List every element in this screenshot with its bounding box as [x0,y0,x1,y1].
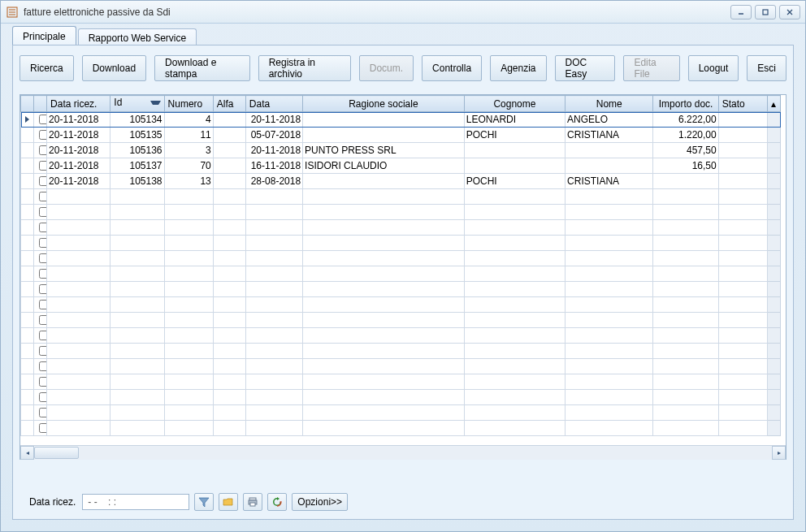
vertical-scrollbar-track[interactable] [767,313,780,328]
table-row[interactable] [21,344,781,359]
row-checkbox-cell[interactable] [34,390,47,405]
row-indicator[interactable] [21,189,34,205]
vertical-scrollbar-track[interactable] [767,158,780,174]
col-ragione-sociale[interactable]: Ragione sociale [303,96,465,112]
cell[interactable] [47,344,110,359]
cell[interactable] [47,236,110,251]
cell[interactable] [164,236,213,251]
cell[interactable]: 28-08-2018 [245,174,302,189]
cell[interactable] [464,143,565,158]
table-row[interactable] [21,266,781,282]
table-row[interactable]: 20-11-20181051377016-11-2018ISIDORI CLAU… [21,158,781,174]
close-button[interactable] [779,5,800,19]
cell[interactable] [718,251,767,266]
vertical-scrollbar-track[interactable] [767,344,780,359]
cell[interactable]: 105134 [110,112,164,128]
cell[interactable] [464,266,565,282]
cell[interactable] [213,359,245,374]
vertical-scrollbar-track[interactable] [767,405,780,421]
cell[interactable]: 20-11-2018 [47,112,110,128]
table-row[interactable] [21,359,781,374]
vertical-scrollbar-track[interactable] [767,220,780,236]
cell[interactable]: 05-07-2018 [245,128,302,143]
cell[interactable] [653,421,718,436]
row-checkbox[interactable] [39,223,47,232]
cell[interactable]: 105135 [110,128,164,143]
cell[interactable] [718,220,767,236]
row-indicator[interactable] [21,405,34,421]
cell[interactable] [464,282,565,297]
cell[interactable] [566,158,653,174]
cell[interactable] [566,266,653,282]
cell[interactable] [164,205,213,220]
cell[interactable] [213,313,245,328]
docum-button[interactable]: Docum. [359,55,414,81]
cell[interactable]: 20-11-2018 [245,143,302,158]
opzioni-button[interactable]: Opzioni>> [292,493,348,511]
cell[interactable] [464,344,565,359]
cell[interactable] [653,205,718,220]
cell[interactable] [245,266,302,282]
cell[interactable] [653,328,718,344]
cell[interactable] [110,205,164,220]
cell[interactable]: ISIDORI CLAUDIO [303,158,465,174]
cell[interactable] [464,405,565,421]
cell[interactable] [464,328,565,344]
row-checkbox[interactable] [39,145,47,155]
edita-file-button[interactable]: Edita File [623,55,679,81]
cell[interactable] [718,390,767,405]
cell[interactable] [47,390,110,405]
cell[interactable] [245,359,302,374]
row-checkbox[interactable] [39,161,47,171]
cell[interactable] [566,143,653,158]
cell[interactable] [164,421,213,436]
cell[interactable] [653,251,718,266]
cell[interactable] [566,282,653,297]
cell[interactable] [213,390,245,405]
vertical-scrollbar-track[interactable] [767,282,780,297]
cell[interactable] [718,405,767,421]
row-indicator[interactable] [21,421,34,436]
cell[interactable]: 20-11-2018 [245,112,302,128]
row-checkbox[interactable] [39,300,47,309]
vertical-scrollbar-track[interactable] [767,328,780,344]
scroll-right-button[interactable]: ▸ [772,446,786,460]
cell[interactable] [245,189,302,205]
cell[interactable]: 3 [164,143,213,158]
cell[interactable] [718,158,767,174]
cell[interactable] [245,313,302,328]
col-data-ricez[interactable]: Data ricez. [47,96,110,112]
cell[interactable] [303,344,465,359]
cell[interactable] [213,128,245,143]
cell[interactable] [164,405,213,421]
cell[interactable] [245,205,302,220]
cell[interactable]: 20-11-2018 [47,128,110,143]
cell[interactable] [245,251,302,266]
cell[interactable] [47,374,110,390]
row-checkbox-cell[interactable] [34,158,47,174]
cell[interactable] [164,313,213,328]
row-indicator[interactable] [21,390,34,405]
cell[interactable] [213,344,245,359]
row-checkbox-cell[interactable] [34,405,47,421]
row-checkbox-cell[interactable] [34,128,47,143]
download-button[interactable]: Download [82,55,146,81]
download-stampa-button[interactable]: Download e stampa [154,55,250,81]
row-checkbox[interactable] [39,130,47,140]
cell[interactable] [653,359,718,374]
table-row[interactable] [21,189,781,205]
scrollbar-track[interactable] [34,446,772,460]
col-numero[interactable]: Numero [164,96,213,112]
row-indicator[interactable] [21,220,34,236]
cell[interactable] [213,143,245,158]
tab-principale[interactable]: Principale [12,26,76,45]
row-checkbox[interactable] [39,408,47,417]
row-checkbox-cell[interactable] [34,220,47,236]
cell[interactable] [164,220,213,236]
cell[interactable]: 105137 [110,158,164,174]
row-indicator[interactable] [21,344,34,359]
cell[interactable] [718,344,767,359]
row-indicator[interactable] [21,205,34,220]
row-indicator[interactable] [21,266,34,282]
cell[interactable] [47,220,110,236]
